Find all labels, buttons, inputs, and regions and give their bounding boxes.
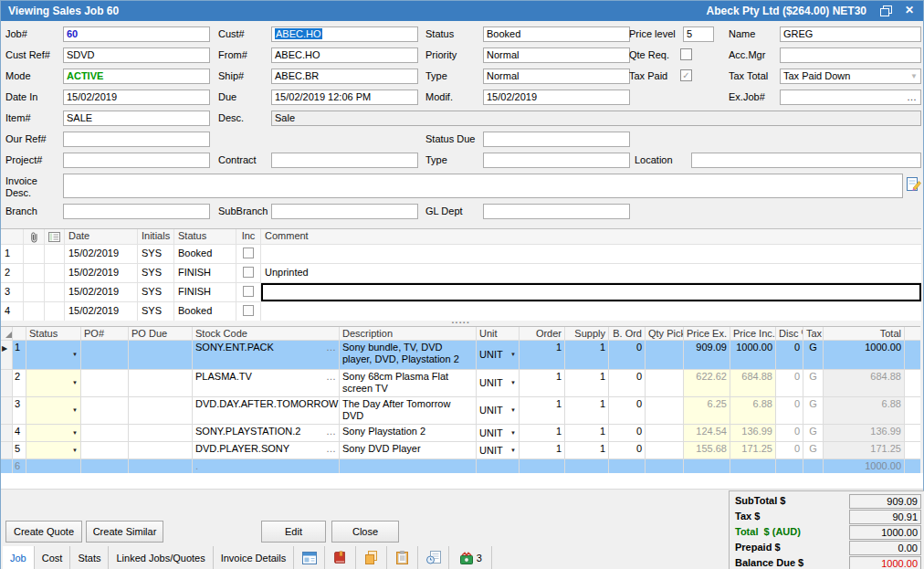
cell-unit-dropdown[interactable]: UNIT▼ (477, 397, 520, 425)
type-field[interactable]: Normal (483, 68, 630, 84)
due-field[interactable]: 15/02/2019 12:06 PM (271, 90, 418, 105)
cell-price-ex[interactable]: 6.25 (684, 397, 730, 425)
column-header-tax[interactable]: Tax (803, 327, 824, 341)
inc-checkbox[interactable] (243, 286, 254, 297)
cell-qty-pick[interactable] (646, 425, 684, 442)
cell-unit-dropdown[interactable]: UNIT▼ (477, 341, 520, 370)
column-header-comment[interactable]: Comment (261, 229, 921, 245)
note-column-header[interactable] (45, 229, 65, 245)
gl-dept-field[interactable] (483, 204, 630, 219)
name-field[interactable]: GREG (780, 26, 921, 42)
cell-b-ord[interactable]: 0 (609, 442, 646, 459)
cell-attachment[interactable] (24, 283, 45, 302)
cell-b-ord[interactable]: 0 (609, 341, 646, 370)
cell-status[interactable]: FINISH (174, 283, 236, 302)
inc-checkbox[interactable] (243, 267, 254, 278)
column-header-status[interactable]: Status (26, 327, 81, 341)
cell-qty-pick[interactable] (646, 341, 684, 370)
cell-inc[interactable] (236, 283, 261, 302)
branch-field[interactable] (63, 204, 210, 219)
item-row[interactable]: 2 ▼ PLASMA.TV… Sony 68cm Plasma Flat scr… (1, 370, 920, 397)
cell-stock-code[interactable]: DVD.PLAYER.SONY… (193, 442, 340, 459)
cell-po-due[interactable] (129, 341, 193, 370)
cell-price-inc[interactable]: 684.88 (730, 370, 776, 397)
column-header-order[interactable]: Order (520, 327, 565, 341)
cust-ref-field[interactable]: SDVD (63, 47, 210, 63)
date-in-field[interactable]: 15/02/2019 (63, 90, 210, 105)
cell-description[interactable]: Sony 68cm Plasma Flat screen TV (340, 370, 477, 397)
cell-note[interactable] (45, 264, 65, 283)
item-row[interactable]: 4 ▼ SONY.PLAYSTATION.2… Sony Playstation… (1, 425, 920, 442)
cell-note[interactable] (45, 283, 65, 302)
priority-field[interactable]: Normal (483, 47, 630, 63)
cell-price-inc[interactable]: 6.88 (730, 397, 776, 425)
ellipsis-icon[interactable]: … (326, 426, 336, 440)
inc-checkbox[interactable] (243, 305, 254, 316)
cell-order[interactable]: 1 (520, 425, 565, 442)
column-header-status[interactable]: Status (174, 229, 236, 245)
cell-order[interactable]: 1 (520, 341, 565, 370)
mode-field[interactable]: ACTIVE (63, 68, 210, 84)
close-icon[interactable]: ✕ (905, 4, 914, 16)
column-header-supply[interactable]: Supply (565, 327, 609, 341)
subbranch-field[interactable] (271, 204, 418, 219)
cell-note[interactable] (45, 302, 65, 321)
history-row[interactable]: 4 15/02/2019 SYS Booked (1, 302, 921, 321)
edit-button[interactable]: Edit (261, 521, 326, 543)
cell-order[interactable]: 1 (520, 442, 565, 459)
cell-qty-pick[interactable] (646, 442, 684, 459)
cell-tax[interactable]: G (803, 397, 824, 425)
comment-editor-focused[interactable] (261, 283, 921, 302)
column-header-initials[interactable]: Initials (138, 229, 174, 245)
our-ref-field[interactable] (63, 132, 210, 147)
cell-description[interactable]: Sony Playstation 2 (340, 425, 477, 442)
cell-price-ex[interactable]: 909.09 (684, 341, 730, 370)
modif-field[interactable]: 15/02/2019 (483, 90, 630, 105)
tab-promotions[interactable]: 3 (449, 546, 492, 569)
tab-copies[interactable] (356, 546, 387, 569)
inc-checkbox[interactable] (243, 248, 254, 258)
location-field[interactable] (691, 153, 921, 168)
cell-initials[interactable]: SYS (138, 264, 174, 283)
column-header-po-due[interactable]: PO Due (129, 327, 193, 341)
ship-field[interactable]: ABEC.BR (271, 68, 418, 84)
cell-supply[interactable]: 1 (565, 425, 609, 442)
cell-tax[interactable]: G (803, 425, 824, 442)
cell-date[interactable]: 15/02/2019 (65, 245, 138, 264)
cell-status[interactable]: Booked (174, 302, 236, 321)
ellipsis-button[interactable]: … (907, 91, 918, 103)
cell-status-dropdown[interactable]: ▼ (26, 341, 81, 370)
desc-field[interactable]: Sale (271, 111, 921, 126)
tab-stats[interactable]: Stats (70, 546, 109, 569)
cell-status-dropdown[interactable]: ▼ (26, 425, 81, 442)
cell-comment[interactable] (261, 302, 921, 321)
cell-status[interactable]: FINISH (174, 264, 236, 283)
cell-po[interactable] (81, 397, 129, 425)
ellipsis-icon[interactable]: … (326, 443, 336, 458)
create-quote-button[interactable]: Create Quote (5, 521, 82, 543)
tab-linked-jobs-quotes[interactable]: Linked Jobs/Quotes (109, 546, 213, 569)
tab-cost[interactable]: Cost (35, 546, 71, 569)
cell-unit-dropdown[interactable]: UNIT▼ (477, 442, 520, 459)
column-header-unit[interactable]: Unit (477, 327, 520, 341)
cell-initials[interactable]: SYS (138, 283, 174, 302)
price-level-field[interactable]: 5 (683, 26, 714, 42)
acc-mgr-field[interactable] (780, 47, 921, 63)
job-field[interactable]: 60 (63, 26, 210, 42)
cell-b-ord[interactable]: 0 (609, 425, 646, 442)
cell-date[interactable]: 15/02/2019 (65, 283, 138, 302)
tab-book[interactable] (325, 546, 356, 569)
titlebar[interactable]: Viewing Sales Job 60 Abeck Pty Ltd ($264… (1, 1, 923, 21)
cell-inc[interactable] (236, 245, 261, 264)
column-header-inc[interactable]: Inc (236, 229, 261, 245)
cell-price-inc[interactable]: 171.25 (730, 442, 776, 459)
cell-disc[interactable]: 0 (776, 442, 803, 459)
cell-stock-code[interactable]: SONY.ENT.PACK… (193, 341, 340, 370)
cell-po[interactable] (81, 370, 129, 397)
cell-disc[interactable]: 0 (776, 370, 803, 397)
cell-po-due[interactable] (129, 442, 193, 459)
cell-inc[interactable] (236, 264, 261, 283)
cell-po[interactable] (81, 442, 129, 459)
cell-supply[interactable]: 1 (565, 397, 609, 425)
column-header-date[interactable]: Date (65, 229, 138, 245)
